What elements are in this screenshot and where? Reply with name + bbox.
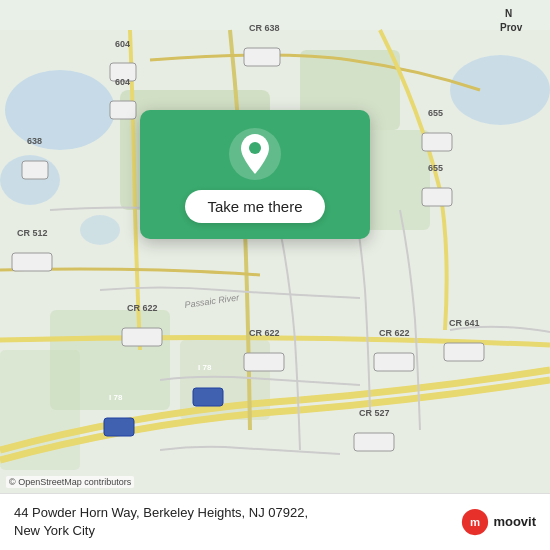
road-label-i78a: I 78 — [198, 363, 211, 372]
svg-rect-19 — [244, 353, 284, 371]
road-label-n: N — [505, 8, 512, 19]
location-pin-icon — [229, 128, 281, 180]
road-label-655b: 655 — [428, 163, 443, 173]
city-line: New York City — [14, 522, 461, 540]
svg-point-27 — [249, 142, 261, 154]
road-label-i78b: I 78 — [109, 393, 122, 402]
svg-rect-17 — [12, 253, 52, 271]
osm-attribution: © OpenStreetMap contributors — [6, 476, 134, 488]
svg-rect-16 — [422, 188, 452, 206]
svg-text:m: m — [470, 516, 480, 528]
road-label-cr512: CR 512 — [17, 228, 48, 238]
moovit-text: moovit — [493, 514, 536, 529]
road-label-prov: Prov — [500, 22, 522, 33]
svg-rect-12 — [110, 101, 136, 119]
road-label-604a: 604 — [115, 39, 130, 49]
road-label-cr638: CR 638 — [249, 23, 280, 33]
address-block: 44 Powder Horn Way, Berkeley Heights, NJ… — [14, 504, 461, 540]
svg-rect-13 — [244, 48, 280, 66]
svg-rect-21 — [193, 388, 223, 406]
svg-rect-22 — [104, 418, 134, 436]
moovit-logo: m moovit — [461, 508, 536, 536]
road-label-604b: 604 — [115, 77, 130, 87]
map-container: Passaic River 604 604 CR 638 638 655 655… — [0, 0, 550, 550]
svg-rect-24 — [354, 433, 394, 451]
info-bar: 44 Powder Horn Way, Berkeley Heights, NJ… — [0, 493, 550, 550]
road-label-638: 638 — [27, 136, 42, 146]
svg-rect-14 — [22, 161, 48, 179]
svg-rect-18 — [122, 328, 162, 346]
road-label-cr622c: CR 622 — [379, 328, 410, 338]
road-label-cr527: CR 527 — [359, 408, 390, 418]
road-label-655a: 655 — [428, 108, 443, 118]
moovit-icon: m — [461, 508, 489, 536]
road-label-cr622b: CR 622 — [249, 328, 280, 338]
svg-rect-20 — [374, 353, 414, 371]
svg-point-4 — [450, 55, 550, 125]
map-background: Passaic River — [0, 0, 550, 550]
location-card: Take me there — [140, 110, 370, 239]
address-line: 44 Powder Horn Way, Berkeley Heights, NJ… — [14, 504, 461, 522]
svg-rect-15 — [422, 133, 452, 151]
svg-rect-23 — [444, 343, 484, 361]
svg-point-1 — [5, 70, 115, 150]
road-label-cr641: CR 641 — [449, 318, 480, 328]
road-label-cr622a: CR 622 — [127, 303, 158, 313]
take-me-there-button[interactable]: Take me there — [185, 190, 324, 223]
svg-point-3 — [80, 215, 120, 245]
